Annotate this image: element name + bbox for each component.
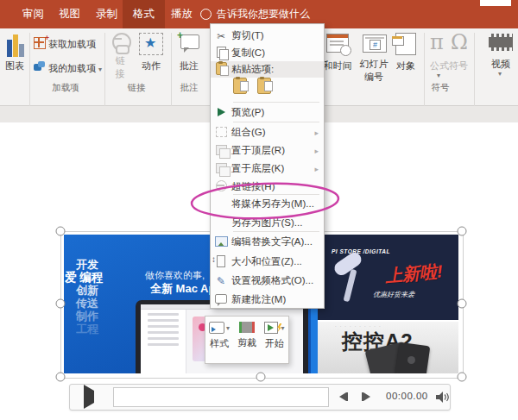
selection-handle-bottom-center[interactable] xyxy=(256,373,266,382)
video-icon xyxy=(489,34,513,51)
link-button[interactable]: 链 接 xyxy=(113,54,127,80)
slide-number-button[interactable]: 幻灯片 编号 xyxy=(357,58,390,84)
timeline-scrubber[interactable] xyxy=(113,387,329,407)
slide-number-icon: # xyxy=(363,34,387,53)
context-menu: ✂ 剪切(T) 复制(C) 粘贴选项: 预览(P) 组合(G) ▸ 置于顶层( xyxy=(210,23,325,309)
submenu-arrow-icon: ▸ xyxy=(314,147,319,155)
menu-item-save-as-picture[interactable]: 另存为图片(S)... xyxy=(211,215,324,231)
tab-record[interactable]: 录制 xyxy=(85,0,128,28)
video-mini-toolbar: ▾ 样式 剪裁 ▾ 开始 xyxy=(205,316,289,364)
chevron-down-icon: ▾ xyxy=(226,324,230,332)
selection-handle-top-left[interactable] xyxy=(56,227,66,236)
group-icon xyxy=(211,127,231,139)
play-icon xyxy=(84,385,94,409)
menu-item-preview[interactable]: 预览(P) xyxy=(211,104,324,121)
size-position-icon xyxy=(211,255,231,269)
paste-as-picture-icon[interactable] xyxy=(257,78,271,94)
chevron-down-icon: ▾ xyxy=(437,72,440,79)
alt-text-icon xyxy=(211,236,231,248)
paste-keep-format-icon[interactable] xyxy=(233,78,247,94)
step-back-icon xyxy=(339,392,346,401)
tab-playback[interactable]: 播放 xyxy=(161,0,203,28)
format-video-icon: ✎ xyxy=(211,275,231,287)
chevron-down-icon: ▾ xyxy=(498,70,502,78)
scissors-icon: ✂ xyxy=(211,30,231,42)
mute-button[interactable] xyxy=(436,392,450,405)
get-addins-icon: + xyxy=(34,37,46,49)
selection-handle-bottom-left[interactable] xyxy=(56,373,66,382)
menu-item-format-video[interactable]: ✎ 设置视频格式(O)... xyxy=(211,273,324,289)
media-player-bar: 00:00.00 xyxy=(69,384,451,411)
step-forward-icon xyxy=(363,392,370,401)
symbol-icon: Ω xyxy=(451,30,468,54)
chevron-down-icon: ▾ xyxy=(281,324,284,332)
action-button[interactable]: 动作 xyxy=(138,60,164,72)
menu-separator xyxy=(233,102,319,103)
my-addins-button[interactable]: 我的加载项 ▾ xyxy=(48,62,102,75)
menu-item-size-and-position[interactable]: 大小和位置(Z)... xyxy=(211,254,324,270)
object-icon xyxy=(395,33,416,55)
new-comment-menu-icon xyxy=(211,294,231,305)
menu-separator xyxy=(233,122,319,122)
equation-icon: π xyxy=(430,30,444,54)
selection-handle-top-right[interactable] xyxy=(458,227,467,236)
object-button[interactable]: 对象 xyxy=(394,60,418,72)
selection-handle-mid-left[interactable] xyxy=(56,299,66,309)
tab-view[interactable]: 视图 xyxy=(48,0,91,28)
comment-button[interactable]: 批注 xyxy=(177,60,201,72)
start-playback-icon xyxy=(264,322,278,334)
copy-icon xyxy=(211,47,231,60)
group-label-comments: 批注 xyxy=(174,82,204,94)
trim-video-icon xyxy=(239,322,255,333)
paste-options-row xyxy=(233,78,319,98)
menu-item-paste-options[interactable]: 粘贴选项: xyxy=(211,61,324,78)
chevron-down-icon: ▾ xyxy=(98,66,102,73)
window-edge-fragment xyxy=(480,0,511,6)
menu-separator xyxy=(233,194,319,195)
my-addins-icon xyxy=(34,61,45,71)
menu-item-new-comment[interactable]: 新建批注(M) xyxy=(211,291,324,308)
submenu-arrow-icon: ▸ xyxy=(314,129,319,137)
powerpoint-window: 审阅 视图 录制 格式 播放 告诉我你想要做什么 图表 + 获取加载项 xyxy=(0,0,518,420)
group-label-symbols: 符号 xyxy=(429,82,452,94)
menu-item-bring-to-front: 置于顶层(R) ▸ xyxy=(211,142,324,159)
menu-item-copy[interactable]: 复制(C) xyxy=(211,45,324,61)
menu-item-hyperlink: 超链接(H) xyxy=(211,179,324,195)
symbol-button[interactable]: 符号 xyxy=(447,60,470,72)
preview-play-icon xyxy=(211,108,231,118)
menu-item-cut[interactable]: ✂ 剪切(T) xyxy=(211,28,324,44)
date-time-icon xyxy=(326,34,349,53)
menu-item-send-to-back: 置于底层(K) ▸ xyxy=(211,160,324,177)
chart-button[interactable]: 图表 xyxy=(2,60,28,72)
group-label-addins: 加载项 xyxy=(45,82,86,94)
selection-handle-bottom-right[interactable] xyxy=(458,373,467,382)
menu-item-save-media-as[interactable]: 将媒体另存为(M)... xyxy=(211,196,324,212)
group-label-links: 链接 xyxy=(121,82,152,94)
action-icon: ★ xyxy=(139,33,163,55)
menu-separator xyxy=(233,231,319,232)
menu-item-edit-alt-text[interactable]: 编辑替换文字(A)... xyxy=(211,234,324,250)
bring-to-front-icon xyxy=(211,145,231,157)
tab-format[interactable]: 格式 xyxy=(123,0,165,28)
trim-video-button[interactable]: 剪裁 xyxy=(233,317,261,363)
video-button[interactable]: 视频 xyxy=(489,58,513,71)
elapsed-time: 00:00.00 xyxy=(386,391,428,401)
menu-item-group: 组合(G) ▸ xyxy=(211,124,324,141)
play-button[interactable] xyxy=(84,391,94,403)
link-icon xyxy=(112,33,131,52)
submenu-arrow-icon: ▸ xyxy=(314,165,319,173)
get-addins-button[interactable]: 获取加载项 xyxy=(48,38,96,51)
selection-handle-mid-right[interactable] xyxy=(458,299,467,309)
video-style-button[interactable]: ▾ 样式 xyxy=(205,317,233,363)
start-playback-button[interactable]: ▾ 开始 xyxy=(261,317,288,363)
speaker-icon xyxy=(436,392,450,403)
chart-icon xyxy=(3,33,28,59)
hyperlink-icon xyxy=(211,180,231,193)
search-icon xyxy=(200,9,212,20)
new-comment-icon: + xyxy=(178,33,200,53)
send-to-back-icon xyxy=(211,163,231,175)
step-forward-button[interactable] xyxy=(362,392,370,404)
video-style-icon xyxy=(209,322,224,334)
paste-icon xyxy=(211,62,231,77)
step-back-button[interactable] xyxy=(339,392,348,404)
